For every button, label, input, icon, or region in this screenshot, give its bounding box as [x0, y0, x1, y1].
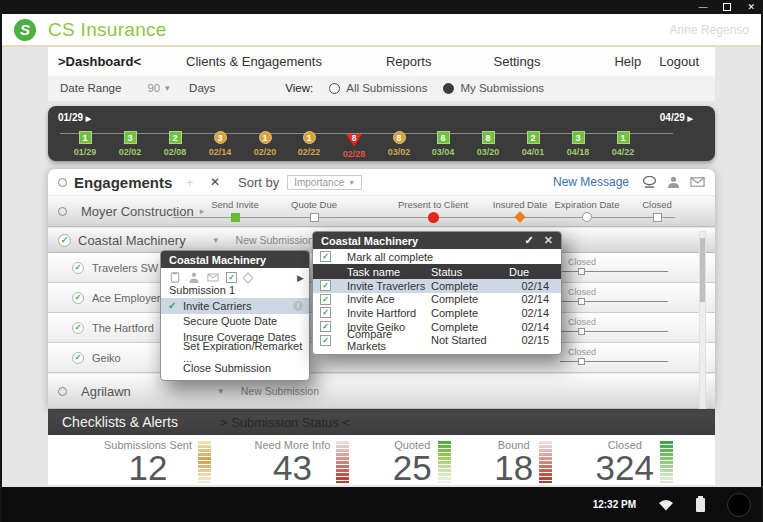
milestone-marker-white-square	[653, 213, 662, 222]
event-count-badge: 3	[214, 131, 227, 144]
vertical-scrollbar[interactable]	[699, 231, 706, 409]
close-panel-button[interactable]: ✕	[210, 175, 220, 189]
info-icon[interactable]: i	[293, 301, 303, 311]
task-row-invite-hartford[interactable]: ✓ Invite Hartford Complete 02/14	[313, 306, 561, 320]
task-row-invite-ace[interactable]: ✓ Invite Ace Complete 02/14	[313, 293, 561, 307]
timeline-point[interactable]: 102/22	[286, 127, 332, 157]
slider-thumb[interactable]	[578, 268, 585, 275]
checkbox-icon[interactable]: ✓	[226, 272, 237, 283]
new-submission-link[interactable]: New Submission	[236, 234, 314, 246]
diamond-icon[interactable]	[242, 272, 253, 283]
scrollbar-thumb[interactable]	[700, 238, 705, 302]
stat-bound[interactable]: Bound18	[494, 439, 552, 485]
timeline-point[interactable]: 101/29	[62, 127, 108, 157]
milestone-send-invite[interactable]: Send Invite	[190, 199, 280, 222]
nav-logout[interactable]: Logout	[659, 54, 699, 69]
timeline-point[interactable]: 302/02	[107, 127, 153, 157]
chevron-right-icon[interactable]: ▶	[297, 273, 304, 283]
chevron-down-icon[interactable]: ▼	[217, 387, 225, 396]
task-row-invite-travelers[interactable]: ✓ Invite Traverlers Complete 02/14	[313, 279, 561, 293]
timeline-point[interactable]: 304/18	[555, 127, 601, 157]
close-button[interactable]: ✕	[747, 3, 755, 12]
status-slider[interactable]: Closed	[560, 257, 668, 272]
task-row-compare-markets[interactable]: ✓ Compare Markets Not Started 02/15	[313, 333, 561, 347]
mark-all-complete-row[interactable]: ✓ Mark all complete	[313, 249, 561, 264]
checkbox-icon[interactable]: ✓	[320, 280, 331, 291]
slider-thumb[interactable]	[578, 358, 585, 365]
tab-submission-status[interactable]: > Submission Status <	[220, 415, 350, 430]
stat-need-more-info[interactable]: Need More Info43	[255, 439, 350, 485]
person-icon[interactable]	[188, 272, 200, 283]
nav-reports[interactable]: Reports	[386, 54, 432, 69]
event-count-badge: 6	[437, 131, 450, 144]
client-row-moyer[interactable]: Moyer Construction ▸ Send Invite Quote D…	[48, 195, 715, 227]
nav-help[interactable]: Help	[614, 54, 641, 69]
timeline-point[interactable]: 202/08	[152, 127, 198, 157]
envelope-icon[interactable]	[207, 272, 219, 283]
new-submission-link[interactable]: New Submission	[241, 385, 319, 397]
person-icon[interactable]	[666, 176, 681, 188]
milestone-marker-white-circle	[582, 212, 592, 222]
my-submissions-label[interactable]: My Submissions	[460, 82, 544, 94]
stat-closed[interactable]: Closed324	[596, 439, 673, 485]
nav-clients-engagements[interactable]: Clients & Engagements	[186, 54, 322, 69]
add-panel-button[interactable]: +	[186, 175, 194, 190]
close-icon[interactable]: ✕	[544, 234, 553, 247]
checkbox-icon[interactable]: ✓	[320, 251, 331, 262]
status-slider[interactable]: Closed	[560, 347, 668, 362]
checkbox-icon[interactable]: ✓	[320, 294, 331, 305]
timeline-date: 02/08	[152, 147, 198, 157]
timeline-point[interactable]: 302/14	[197, 127, 243, 157]
timeline-point[interactable]: 803/20	[465, 127, 511, 157]
checkbox-icon[interactable]: ✓	[320, 335, 331, 346]
maximize-button[interactable]	[723, 3, 731, 11]
context-menu-title[interactable]: Coastal Machinery	[161, 251, 309, 268]
menu-item-secure-quote-date[interactable]: Secure Quote Date	[161, 314, 309, 330]
client-row-agrilawn[interactable]: Agrilawn ▼ New Submission	[48, 373, 715, 409]
timeline-point[interactable]: 803/02	[376, 127, 422, 157]
radio-all-submissions[interactable]	[329, 83, 340, 94]
stat-submissions-sent[interactable]: Submissions Sent12	[104, 439, 211, 485]
checkbox-icon[interactable]: ✓	[320, 321, 331, 332]
wifi-icon[interactable]	[658, 499, 674, 511]
timeline-start-label[interactable]: 01/29 ▶	[58, 112, 91, 123]
chat-icon[interactable]	[642, 176, 657, 188]
timeline-point[interactable]: 802/28	[331, 127, 377, 159]
checklists-title[interactable]: Checklists & Alerts	[62, 414, 178, 430]
app-title: CS Insurance	[48, 19, 167, 41]
nav-dashboard[interactable]: >Dashboard<	[58, 54, 141, 69]
timeline-point[interactable]: 603/04	[420, 127, 466, 157]
slider-thumb[interactable]	[578, 328, 585, 335]
menu-item-close-submission[interactable]: Close Submission	[161, 360, 309, 376]
new-message-link[interactable]: New Message	[553, 175, 629, 189]
envelope-icon[interactable]	[690, 176, 705, 188]
timeline-point[interactable]: 204/01	[510, 127, 556, 157]
milestone-present-to-client[interactable]: Present to Client	[388, 199, 478, 223]
chevron-down-icon[interactable]: ▼	[163, 84, 171, 93]
document-icon[interactable]	[169, 272, 181, 283]
user-presence-circle[interactable]	[727, 493, 751, 517]
all-submissions-label[interactable]: All Submissions	[346, 82, 427, 94]
menu-item-invite-carriers[interactable]: ✓ Invite Carriers i	[161, 298, 309, 314]
timeline-point[interactable]: 104/22	[600, 127, 646, 157]
menu-item-set-expiration-remarket[interactable]: Set Expiration/Remarket ...	[161, 345, 309, 361]
confirm-icon[interactable]: ✓	[525, 234, 534, 247]
milestone-quote-due[interactable]: Quote Due	[269, 199, 359, 222]
battery-icon[interactable]	[696, 498, 705, 512]
radio-my-submissions[interactable]	[443, 83, 454, 94]
arrow-right-icon: ▶	[86, 115, 91, 122]
milestone-closed[interactable]: Closed	[612, 199, 702, 222]
date-range-value[interactable]: 90	[147, 82, 160, 94]
timeline-point[interactable]: 102/20	[242, 127, 288, 157]
stat-quoted[interactable]: Quoted25	[393, 439, 451, 485]
sort-dropdown[interactable]: Importance▼	[287, 175, 362, 190]
chevron-down-icon[interactable]: ▼	[212, 236, 220, 245]
slider-thumb[interactable]	[578, 298, 585, 305]
status-slider[interactable]: Closed	[560, 287, 668, 302]
circle-icon	[58, 178, 67, 187]
nav-settings[interactable]: Settings	[493, 54, 540, 69]
checkbox-icon[interactable]: ✓	[320, 307, 331, 318]
minimize-button[interactable]: —	[698, 3, 707, 12]
status-slider[interactable]: Closed	[560, 317, 668, 332]
timeline-end-label[interactable]: 04/29 ▶	[660, 112, 693, 123]
